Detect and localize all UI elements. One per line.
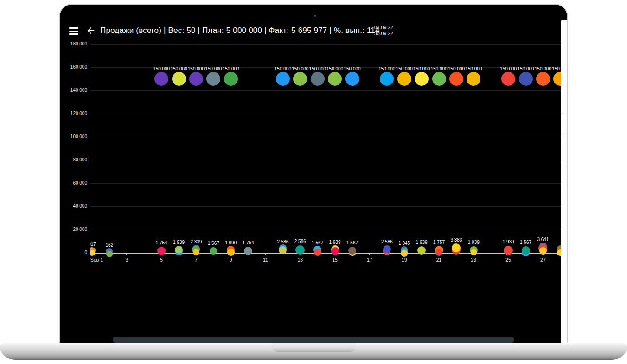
x-tick-label: 17 [356,257,384,262]
fact-bubble-part [401,246,408,253]
y-tick-label: 140 000 [60,88,87,93]
x-tick-label: 5 [147,257,175,262]
fact-bubble-part [538,244,547,253]
y-tick-label: 100 000 [60,134,87,139]
laptop-screen: Продажи (всего) | Вес: 50 | План: 5 000 … [59,4,568,344]
gridline [90,137,561,137]
fact-bubble-part [279,244,287,252]
gridline [90,206,561,207]
laptop-mockup: Продажи (всего) | Вес: 50 | План: 5 000 … [0,0,627,364]
plan-bubble-label: 150 000 [547,66,561,71]
y-tick-label: 60 000 [60,180,87,185]
fact-bubble-part [557,245,561,252]
plan-bubble[interactable] [501,72,515,86]
x-tick-mark [334,254,335,255]
x-tick-label: 3 [113,257,141,262]
fact-bubble-part [331,245,339,253]
plan-bubble[interactable] [519,72,533,86]
laptop-base-notch [272,343,356,352]
x-tick-mark [265,254,266,255]
x-tick-mark [439,254,440,255]
plan-bubble[interactable] [189,72,203,86]
plan-bubble[interactable] [293,72,307,86]
plan-bubble[interactable] [345,72,359,86]
plan-bubble[interactable] [536,72,550,86]
fact-bubble-label: 3 641 [530,237,557,242]
fact-bubble-part [314,249,321,256]
fact-bubble-part [106,248,113,255]
x-tick-label: 9 [217,257,245,262]
y-tick-label: 120 000 [60,111,87,116]
gridline [90,90,561,91]
x-tick-label: 19 [390,257,418,262]
y-tick-label: 40 000 [60,204,87,209]
y-tick-label: 20 000 [60,227,87,232]
plan-bubble[interactable] [311,72,325,86]
gridline [90,183,561,184]
plot-area: Sep 13579111315171921232527150 000150 00… [90,5,561,339]
x-tick-mark [404,254,405,255]
gridline [90,114,561,114]
x-tick-mark [300,254,301,255]
x-tick-label: 7 [182,257,210,262]
fact-bubble-label: 1 567 [339,240,366,245]
fact-bubble-part [383,248,390,255]
x-tick-mark [369,254,370,255]
x-tick-mark [508,254,509,255]
plan-bubble[interactable] [224,72,238,86]
plan-bubble[interactable] [415,72,429,86]
plan-bubble[interactable] [449,72,463,86]
plan-bubble[interactable] [328,72,342,86]
fact-bubble-label: 162 [96,243,123,248]
plan-bubble[interactable] [154,72,168,86]
fact-bubble-part [539,243,547,250]
x-tick-mark [473,254,474,255]
plan-bubble[interactable] [206,72,220,86]
y-tick-label: 0 [60,250,87,255]
gridline [90,160,561,160]
x-tick-label: 21 [425,257,453,262]
x-tick-label: 25 [494,257,522,262]
plan-bubble-label: 150 000 [460,66,487,71]
x-tick-label: 13 [286,257,314,262]
y-axis-labels: 180 000160 000140 000120 000100 00080 00… [60,5,87,339]
fact-bubble-part [106,251,113,257]
x-tick-mark [543,254,544,255]
x-tick-mark [92,254,93,255]
x-tick-label: 23 [460,257,487,262]
fact-bubble-label: 1 939 [460,240,487,245]
plan-bubble[interactable] [467,72,480,86]
x-tick-mark [196,254,197,255]
y-tick-label: 180 000 [60,41,87,46]
plan-bubble-label: 150 000 [339,66,366,71]
x-tick-mark [126,254,127,255]
gridline [90,230,561,230]
fact-bubble-label: 1 754 [235,240,262,245]
plan-bubble[interactable] [276,72,290,86]
fact-bubble-part [175,248,183,255]
fact-bubble-part [452,243,461,252]
screen-edge-highlight [561,20,567,344]
fact-bubble-part [383,245,391,253]
x-tick-mark [230,254,231,255]
plan-bubble[interactable] [432,72,446,86]
plan-bubble[interactable] [380,72,394,86]
x-tick-label: Sep 1 [90,257,111,262]
y-tick-label: 160 000 [60,64,87,70]
x-tick-label: 11 [252,257,280,262]
x-tick-label: 15 [321,257,349,262]
gridline [90,44,561,45]
plan-bubble[interactable] [172,72,186,86]
plan-bubble-label: 150 000 [218,66,244,71]
x-tick-mark [161,254,162,255]
laptop-base [0,343,627,360]
plan-bubble[interactable] [553,72,561,86]
plan-bubble[interactable] [397,72,411,86]
x-tick-label: 27 [529,257,557,262]
fact-bubble-part [192,245,200,252]
y-tick-label: 80 000 [60,157,87,162]
laptop-hinge [113,337,514,343]
